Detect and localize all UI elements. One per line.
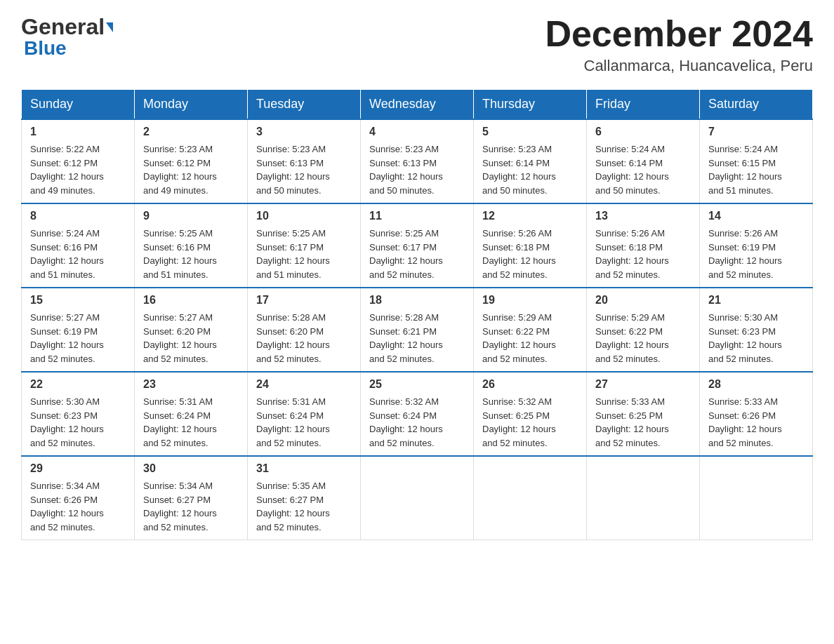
calendar-cell (474, 456, 587, 540)
day-number: 21 (708, 294, 804, 307)
day-number: 1 (30, 126, 126, 138)
day-info: Sunrise: 5:31 AM Sunset: 6:24 PM Dayligh… (256, 395, 352, 450)
logo: General Blue (21, 14, 113, 60)
calendar-cell: 22 Sunrise: 5:30 AM Sunset: 6:23 PM Dayl… (22, 372, 135, 456)
day-info: Sunrise: 5:24 AM Sunset: 6:16 PM Dayligh… (30, 227, 126, 281)
logo-blue: Blue (24, 37, 67, 59)
location-subtitle: Callanmarca, Huancavelica, Peru (545, 57, 813, 75)
title-block: December 2024 Callanmarca, Huancavelica,… (545, 14, 813, 75)
day-info: Sunrise: 5:22 AM Sunset: 6:12 PM Dayligh… (30, 142, 126, 197)
day-info: Sunrise: 5:26 AM Sunset: 6:19 PM Dayligh… (708, 227, 804, 281)
day-number: 4 (369, 126, 465, 138)
calendar-cell: 17 Sunrise: 5:28 AM Sunset: 6:20 PM Dayl… (248, 288, 361, 372)
day-number: 30 (143, 462, 239, 475)
calendar-cell: 16 Sunrise: 5:27 AM Sunset: 6:20 PM Dayl… (135, 288, 248, 372)
calendar-cell: 2 Sunrise: 5:23 AM Sunset: 6:12 PM Dayli… (135, 119, 248, 203)
day-of-week-header: Saturday (700, 90, 813, 120)
day-info: Sunrise: 5:23 AM Sunset: 6:13 PM Dayligh… (369, 142, 465, 197)
page-header: General Blue December 2024 Callanmarca, … (21, 14, 813, 75)
day-info: Sunrise: 5:23 AM Sunset: 6:13 PM Dayligh… (256, 142, 352, 197)
day-info: Sunrise: 5:26 AM Sunset: 6:18 PM Dayligh… (595, 227, 691, 281)
day-of-week-header: Monday (135, 90, 248, 120)
calendar-cell: 3 Sunrise: 5:23 AM Sunset: 6:13 PM Dayli… (248, 119, 361, 203)
calendar-cell: 4 Sunrise: 5:23 AM Sunset: 6:13 PM Dayli… (361, 119, 474, 203)
calendar-cell (361, 456, 474, 540)
day-number: 16 (143, 294, 239, 307)
calendar-cell: 7 Sunrise: 5:24 AM Sunset: 6:15 PM Dayli… (700, 119, 813, 203)
day-number: 3 (256, 126, 352, 138)
day-info: Sunrise: 5:32 AM Sunset: 6:25 PM Dayligh… (482, 395, 578, 450)
day-number: 25 (369, 378, 465, 391)
day-number: 2 (143, 126, 239, 138)
day-number: 11 (369, 210, 465, 222)
logo-triangle-icon (106, 22, 113, 32)
day-number: 5 (482, 126, 578, 138)
day-number: 14 (708, 210, 804, 222)
day-info: Sunrise: 5:30 AM Sunset: 6:23 PM Dayligh… (708, 311, 804, 365)
calendar-week-row: 15 Sunrise: 5:27 AM Sunset: 6:19 PM Dayl… (22, 288, 813, 372)
calendar-cell: 23 Sunrise: 5:31 AM Sunset: 6:24 PM Dayl… (135, 372, 248, 456)
day-info: Sunrise: 5:32 AM Sunset: 6:24 PM Dayligh… (369, 395, 465, 450)
day-info: Sunrise: 5:28 AM Sunset: 6:20 PM Dayligh… (256, 311, 352, 365)
calendar-cell: 15 Sunrise: 5:27 AM Sunset: 6:19 PM Dayl… (22, 288, 135, 372)
calendar-cell: 20 Sunrise: 5:29 AM Sunset: 6:22 PM Dayl… (587, 288, 700, 372)
day-number: 24 (256, 378, 352, 391)
day-info: Sunrise: 5:30 AM Sunset: 6:23 PM Dayligh… (30, 395, 126, 450)
calendar-week-row: 22 Sunrise: 5:30 AM Sunset: 6:23 PM Dayl… (22, 372, 813, 456)
day-number: 10 (256, 210, 352, 222)
calendar-header-row: SundayMondayTuesdayWednesdayThursdayFrid… (22, 90, 813, 120)
day-info: Sunrise: 5:35 AM Sunset: 6:27 PM Dayligh… (256, 479, 352, 534)
calendar-cell: 12 Sunrise: 5:26 AM Sunset: 6:18 PM Dayl… (474, 203, 587, 288)
day-number: 22 (30, 378, 126, 391)
day-info: Sunrise: 5:33 AM Sunset: 6:26 PM Dayligh… (708, 395, 804, 450)
day-number: 18 (369, 294, 465, 307)
calendar-cell: 8 Sunrise: 5:24 AM Sunset: 6:16 PM Dayli… (22, 203, 135, 288)
day-info: Sunrise: 5:28 AM Sunset: 6:21 PM Dayligh… (369, 311, 465, 365)
calendar-table: SundayMondayTuesdayWednesdayThursdayFrid… (21, 89, 813, 540)
calendar-cell: 27 Sunrise: 5:33 AM Sunset: 6:25 PM Dayl… (587, 372, 700, 456)
day-number: 28 (708, 378, 804, 391)
day-number: 23 (143, 378, 239, 391)
day-info: Sunrise: 5:24 AM Sunset: 6:14 PM Dayligh… (595, 142, 691, 197)
day-number: 6 (595, 126, 691, 138)
day-info: Sunrise: 5:27 AM Sunset: 6:20 PM Dayligh… (143, 311, 239, 365)
day-info: Sunrise: 5:27 AM Sunset: 6:19 PM Dayligh… (30, 311, 126, 365)
day-of-week-header: Wednesday (361, 90, 474, 120)
day-info: Sunrise: 5:25 AM Sunset: 6:17 PM Dayligh… (256, 227, 352, 281)
calendar-cell: 11 Sunrise: 5:25 AM Sunset: 6:17 PM Dayl… (361, 203, 474, 288)
calendar-cell: 31 Sunrise: 5:35 AM Sunset: 6:27 PM Dayl… (248, 456, 361, 540)
day-info: Sunrise: 5:29 AM Sunset: 6:22 PM Dayligh… (595, 311, 691, 365)
day-of-week-header: Tuesday (248, 90, 361, 120)
day-number: 31 (256, 462, 352, 475)
day-info: Sunrise: 5:34 AM Sunset: 6:26 PM Dayligh… (30, 479, 126, 534)
day-number: 20 (595, 294, 691, 307)
calendar-cell: 14 Sunrise: 5:26 AM Sunset: 6:19 PM Dayl… (700, 203, 813, 288)
day-number: 8 (30, 210, 126, 222)
calendar-week-row: 29 Sunrise: 5:34 AM Sunset: 6:26 PM Dayl… (22, 456, 813, 540)
day-number: 15 (30, 294, 126, 307)
calendar-week-row: 8 Sunrise: 5:24 AM Sunset: 6:16 PM Dayli… (22, 203, 813, 288)
day-info: Sunrise: 5:33 AM Sunset: 6:25 PM Dayligh… (595, 395, 691, 450)
calendar-cell: 25 Sunrise: 5:32 AM Sunset: 6:24 PM Dayl… (361, 372, 474, 456)
calendar-cell (587, 456, 700, 540)
calendar-cell: 10 Sunrise: 5:25 AM Sunset: 6:17 PM Dayl… (248, 203, 361, 288)
day-number: 17 (256, 294, 352, 307)
calendar-cell: 24 Sunrise: 5:31 AM Sunset: 6:24 PM Dayl… (248, 372, 361, 456)
logo-general: General (21, 14, 105, 40)
calendar-cell: 6 Sunrise: 5:24 AM Sunset: 6:14 PM Dayli… (587, 119, 700, 203)
day-number: 7 (708, 126, 804, 138)
calendar-cell: 13 Sunrise: 5:26 AM Sunset: 6:18 PM Dayl… (587, 203, 700, 288)
day-of-week-header: Friday (587, 90, 700, 120)
day-number: 27 (595, 378, 691, 391)
day-info: Sunrise: 5:24 AM Sunset: 6:15 PM Dayligh… (708, 142, 804, 197)
day-number: 12 (482, 210, 578, 222)
day-info: Sunrise: 5:26 AM Sunset: 6:18 PM Dayligh… (482, 227, 578, 281)
day-info: Sunrise: 5:34 AM Sunset: 6:27 PM Dayligh… (143, 479, 239, 534)
month-title: December 2024 (545, 14, 813, 54)
day-info: Sunrise: 5:23 AM Sunset: 6:14 PM Dayligh… (482, 142, 578, 197)
calendar-cell: 21 Sunrise: 5:30 AM Sunset: 6:23 PM Dayl… (700, 288, 813, 372)
day-number: 19 (482, 294, 578, 307)
calendar-cell: 5 Sunrise: 5:23 AM Sunset: 6:14 PM Dayli… (474, 119, 587, 203)
day-number: 29 (30, 462, 126, 475)
calendar-cell: 1 Sunrise: 5:22 AM Sunset: 6:12 PM Dayli… (22, 119, 135, 203)
